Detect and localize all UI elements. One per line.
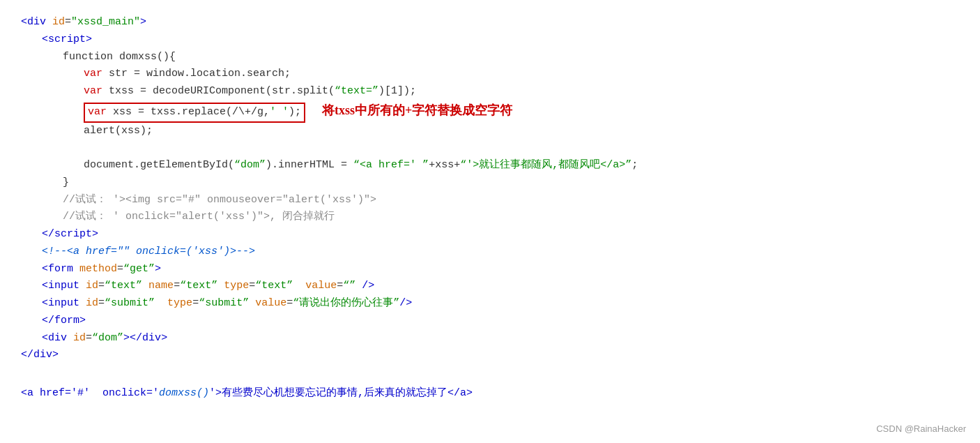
- code-token: id: [86, 295, 98, 313]
- code-token: //试试： ' onclick="alert('xss')">, 闭合掉就行: [63, 209, 335, 226]
- code-token: )[1]);: [378, 83, 416, 100]
- code-token: form: [54, 313, 79, 330]
- code-token: ></: [123, 330, 142, 347]
- code-token: id: [86, 278, 98, 295]
- code-line: <!--<a href="" onclick=('xss')>-->: [21, 243, 959, 261]
- code-token: ).innerHTML =: [266, 157, 353, 174]
- code-line: <input id=“text” name=“text” type=“text”…: [21, 278, 959, 295]
- code-token: [79, 278, 86, 295]
- code-token: id: [52, 14, 65, 31]
- code-token: value: [255, 295, 286, 313]
- code-token: =: [286, 295, 293, 313]
- code-line: //试试： ' onclick="alert('xss')">, 闭合掉就行: [21, 209, 959, 226]
- code-token: “dom”: [92, 330, 123, 347]
- code-token: script: [48, 31, 86, 49]
- code-token: “submit”: [105, 295, 155, 313]
- code-line: function domxss(){: [21, 49, 959, 66]
- code-token: <: [42, 330, 48, 347]
- code-token: var: [84, 83, 102, 100]
- code-token: “submit”: [199, 295, 249, 313]
- code-token: >: [140, 14, 146, 31]
- code-token: =: [98, 278, 105, 295]
- code-token: =: [86, 330, 92, 347]
- code-token: </: [42, 226, 54, 243]
- code-token: >: [161, 330, 167, 347]
- code-token: div: [27, 14, 46, 31]
- code-token: [142, 278, 148, 295]
- code-line: //试试： '><img src="#" onmouseover="alert(…: [21, 192, 959, 209]
- code-token: >: [155, 261, 161, 278]
- highlight-box: var xss = txss.replace(/\+/g,' ');: [84, 103, 305, 123]
- code-token: =: [249, 278, 255, 295]
- code-line: alert(xss);: [21, 123, 959, 140]
- code-token: >: [86, 31, 92, 49]
- code-token: <!--<a href="" onclick=('xss')>-->: [42, 243, 255, 261]
- code-token: document.getElementById(: [84, 157, 234, 174]
- code-token: [155, 295, 167, 313]
- code-token: <: [21, 14, 27, 31]
- bottom-link-line: <a href='#' onclick='domxss()'>有些费尽心机想要忘…: [21, 385, 959, 403]
- code-token: value: [305, 278, 337, 295]
- code-token: input: [48, 278, 79, 295]
- code-token: =: [117, 261, 123, 278]
- code-token: div: [142, 330, 161, 347]
- code-token: var: [84, 66, 102, 83]
- code-line: </script>: [21, 226, 959, 243]
- code-token: [79, 295, 86, 313]
- code-token: str = window.location.search;: [102, 66, 291, 83]
- code-token: }: [63, 174, 69, 192]
- code-token: alert(xss);: [84, 123, 153, 140]
- code-token: function domxss(){: [63, 49, 176, 66]
- code-token: >: [52, 347, 59, 364]
- code-token: txss = decodeURIComponent(str.split(: [102, 83, 335, 100]
- code-token: input: [48, 295, 79, 313]
- code-token: “”: [343, 278, 355, 295]
- code-token: =: [192, 295, 199, 313]
- code-token: “text=”: [335, 83, 378, 100]
- code-token: [217, 278, 224, 295]
- code-line: <script>: [21, 31, 959, 49]
- code-line: <div id="xssd_main">: [21, 14, 959, 31]
- code-token: [293, 278, 305, 295]
- code-token: +xss+: [429, 157, 460, 174]
- code-token: script: [54, 226, 92, 243]
- code-token: <: [42, 31, 48, 49]
- code-token: >: [92, 226, 98, 243]
- code-token: />: [399, 295, 412, 313]
- code-token: div: [48, 330, 67, 347]
- code-token: //试试： '><img src="#" onmouseover="alert(…: [63, 192, 376, 209]
- code-line: var str = window.location.search;: [21, 66, 959, 83]
- code-line: [21, 140, 959, 157]
- code-token: [73, 261, 79, 278]
- code-line: }: [21, 174, 959, 192]
- code-token: [46, 14, 52, 31]
- code-token: [67, 330, 73, 347]
- code-line: <form method=“get”>: [21, 261, 959, 278]
- code-token: =: [174, 278, 180, 295]
- code-line: </form>: [21, 313, 959, 330]
- annotation-text: 将txss中所有的+字符替换成空字符: [322, 100, 512, 121]
- code-token: form: [48, 261, 73, 278]
- code-token: <: [42, 278, 48, 295]
- code-token: “<a href=' ”: [353, 157, 429, 174]
- code-token: “get”: [123, 261, 155, 278]
- code-token: “请说出你的伤心往事”: [293, 295, 399, 313]
- code-token: "xssd_main": [71, 14, 140, 31]
- code-line: <input id=“submit” type=“submit” value=“…: [21, 295, 959, 313]
- link-function[interactable]: domxss(): [159, 385, 209, 403]
- code-token: =: [65, 14, 71, 31]
- code-token: “dom”: [234, 157, 266, 174]
- code-token: >: [79, 313, 86, 330]
- code-token: “text”: [255, 278, 293, 295]
- code-line: document.getElementById(“dom”).innerHTML…: [21, 157, 959, 174]
- code-token: “'>就让往事都随风,都随风吧</a>”: [460, 157, 631, 174]
- code-line: var txss = decodeURIComponent(str.split(…: [21, 83, 959, 100]
- code-token: </: [21, 347, 33, 364]
- code-token: ;: [631, 157, 638, 174]
- code-token: =: [337, 278, 343, 295]
- code-token: div: [33, 347, 52, 364]
- code-token: “text”: [105, 278, 142, 295]
- bottom-link-content: <a href='#' onclick='domxss()'>有些费尽心机想要忘…: [21, 385, 959, 403]
- code-line: <div id=“dom”></div>: [21, 330, 959, 347]
- code-block: <div id="xssd_main"><script>function dom…: [21, 14, 959, 364]
